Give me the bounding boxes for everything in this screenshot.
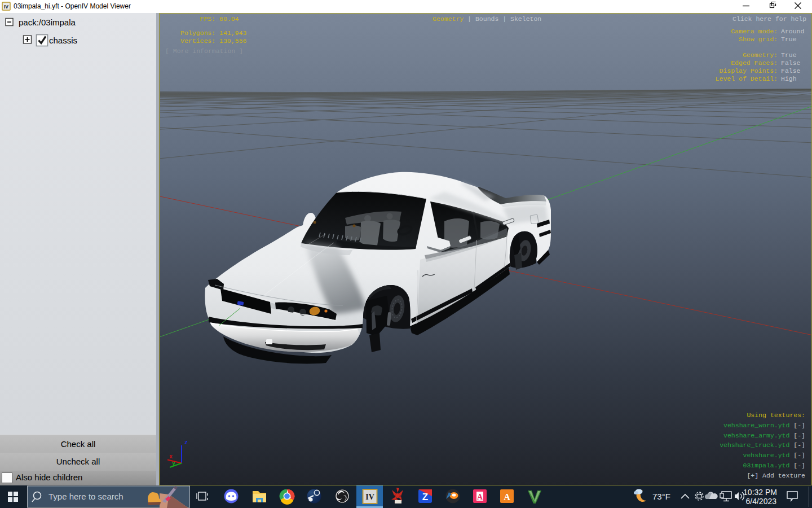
svg-text:IV: IV: [4, 4, 8, 10]
svg-text:A: A: [504, 492, 510, 502]
svg-text:y: y: [172, 461, 175, 467]
svg-text:6/4/2023: 6/4/2023: [746, 497, 777, 506]
svg-text:73°F: 73°F: [652, 492, 670, 501]
svg-text:Z: Z: [422, 492, 428, 502]
svg-text:x: x: [169, 454, 173, 460]
svg-text:IV: IV: [365, 493, 374, 501]
svg-text:A: A: [477, 493, 483, 501]
svg-text:Type here to search: Type here to search: [48, 492, 123, 501]
svg-text:10:32 PM: 10:32 PM: [743, 488, 777, 497]
svg-text:z: z: [184, 440, 188, 446]
